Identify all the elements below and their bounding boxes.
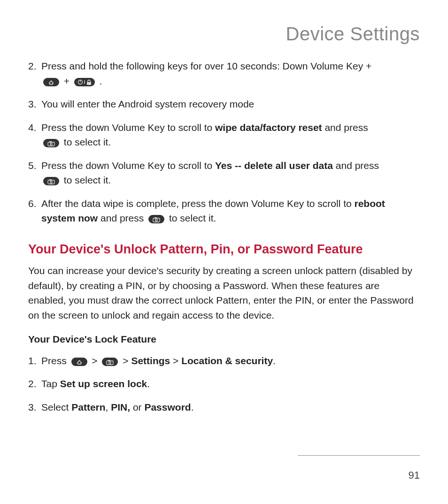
bold-text: wipe data/factory reset xyxy=(215,122,322,133)
section-heading: Your Device's Unlock Pattern, Pin, or Pa… xyxy=(28,240,420,259)
step-text: + xyxy=(64,76,72,86)
step-text: , xyxy=(106,402,111,412)
content-body: 2. Press and hold the following keys for… xyxy=(28,59,420,414)
step-text: > xyxy=(92,355,100,366)
step-text: After the data wipe is complete, press t… xyxy=(41,198,355,209)
step-text: and press xyxy=(333,160,379,171)
step-number: 1. xyxy=(28,353,41,368)
lock-step-1: 1. Press > > Settings > Location & secur… xyxy=(28,353,420,368)
step-text: Select xyxy=(41,402,71,412)
step-2: 2. Press and hold the following keys for… xyxy=(28,59,420,88)
bold-text: Password xyxy=(144,402,191,412)
bold-text: Settings xyxy=(131,355,170,366)
step-number: 2. xyxy=(28,59,41,88)
step-text: . xyxy=(273,355,276,366)
camera-key-icon xyxy=(43,177,59,185)
step-text: . xyxy=(191,402,194,412)
lock-step-3: 3. Select Pattern, PIN, or Password. xyxy=(28,400,420,415)
step-text: Press the down Volume Key to scroll to xyxy=(41,122,215,133)
step-text: Press xyxy=(41,355,70,366)
footer-rule xyxy=(298,455,420,456)
step-text: to select it. xyxy=(64,137,111,147)
page-title: Device Settings xyxy=(28,23,420,45)
bold-text: Set up screen lock xyxy=(60,378,147,389)
bold-text: Location & security xyxy=(181,355,273,366)
subheading: Your Device's Lock Feature xyxy=(28,332,420,347)
step-text: to select it. xyxy=(64,175,111,185)
home-key-icon xyxy=(71,358,87,366)
bold-text: PIN, xyxy=(111,402,130,412)
power-lock-key-icon xyxy=(74,78,95,86)
step-text: Press the down Volume Key to scroll to xyxy=(41,160,215,171)
step-text: Press and hold the following keys for ov… xyxy=(41,61,371,71)
step-number: 3. xyxy=(28,400,41,415)
step-text: > xyxy=(170,355,181,366)
step-number: 3. xyxy=(28,97,41,112)
step-text: Tap xyxy=(41,378,60,389)
lock-step-2: 2. Tap Set up screen lock. xyxy=(28,376,420,391)
step-number: 5. xyxy=(28,158,41,188)
step-number: 2. xyxy=(28,376,41,391)
step-text: or xyxy=(130,402,144,412)
step-5: 5. Press the down Volume Key to scroll t… xyxy=(28,158,420,188)
camera-key-icon xyxy=(102,358,118,366)
home-key-icon xyxy=(43,78,59,86)
step-number: 4. xyxy=(28,120,41,150)
camera-key-icon xyxy=(43,139,59,147)
step-text: > xyxy=(123,355,131,366)
step-text: to select it. xyxy=(169,213,216,223)
step-3: 3. You will enter the Android system rec… xyxy=(28,97,420,112)
bold-text: Pattern xyxy=(71,402,105,412)
step-number: 6. xyxy=(28,196,41,226)
step-text: and press xyxy=(98,213,147,223)
step-6: 6. After the data wipe is complete, pres… xyxy=(28,196,420,226)
step-4: 4. Press the down Volume Key to scroll t… xyxy=(28,120,420,150)
section-paragraph: You can increase your device's security … xyxy=(28,263,420,322)
bold-text: Yes -- delete all user data xyxy=(215,160,333,171)
step-text: . xyxy=(147,378,150,389)
step-text: You will enter the Android system recove… xyxy=(41,97,420,112)
camera-key-icon xyxy=(148,215,164,223)
page-number: 91 xyxy=(409,469,420,481)
step-text: . xyxy=(100,76,102,86)
step-text: and press xyxy=(322,122,368,133)
